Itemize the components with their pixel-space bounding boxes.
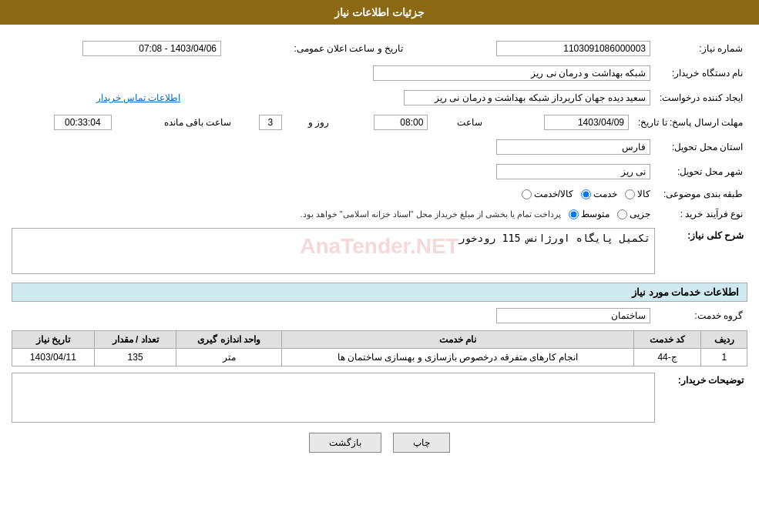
tabaqe-bandi-label: طبقه بندی موضوعی: <box>655 186 747 202</box>
noe-jazee: جزیی <box>617 209 650 219</box>
shomare-niaz-value: 1103091086000003 <box>418 38 655 59</box>
nam-dasgah-label: نام دستگاه خریدار: <box>655 63 747 83</box>
mohlat-baghimande-label: ساعت باقی مانده <box>164 117 232 128</box>
ijaad-konande-label: ایجاد کننده درخواست: <box>655 88 747 108</box>
table-row: 1ج-44انجام کارهای متفرقه درخصوص بازسازی … <box>12 349 747 366</box>
col-name: نام خدمت <box>282 331 634 349</box>
sharh-textarea[interactable] <box>12 228 655 274</box>
col-unit: واحد اندازه گیری <box>176 331 282 349</box>
tabaqe-bandi-group: کالا/خدمت خدمت کالا <box>522 189 650 199</box>
shomare-niaz-label: شماره نیاز: <box>655 38 747 59</box>
col-date: تاریخ نیاز <box>12 331 95 349</box>
tabaqe-kala-label: کالا <box>637 189 650 199</box>
cell-date: 1403/04/11 <box>12 349 95 366</box>
shomare-niaz-input: 1103091086000003 <box>496 41 650 56</box>
ostan-input: فارس <box>496 139 650 155</box>
cell-name: انجام کارهای متفرقه درخصوص بازسازی و بهس… <box>282 349 634 366</box>
shahr-label: شهر محل تحویل: <box>655 162 747 182</box>
sharh-label: شرح کلی نیاز: <box>655 228 747 241</box>
mohlat-saat: 08:00 <box>374 115 428 130</box>
print-button[interactable]: چاپ <box>393 433 450 453</box>
contact-link[interactable]: اطلاعات تماس خریدار <box>96 92 181 103</box>
ostan-label: استان محل تحویل: <box>655 137 747 157</box>
mohlat-roz-label: روز و <box>308 117 329 128</box>
noe-farayand-group: پرداخت تمام یا بخشی از مبلغ خریداز محل "… <box>300 209 650 219</box>
noe-motevaset: متوسط <box>569 209 610 219</box>
tozi-label: توضیحات خریدار: <box>655 373 747 386</box>
nam-dasgah-input: شبکه بهداشت و درمان نی ریز <box>373 65 650 81</box>
button-row: چاپ بازگشت <box>12 433 747 460</box>
mohlat-baghimande: 00:33:04 <box>54 115 112 130</box>
noe-jazee-label: جزیی <box>630 209 650 219</box>
col-radif: ردیف <box>701 331 747 349</box>
shahr-input: نی ریز <box>496 164 650 179</box>
ijaad-konande-input: سعید دیده جهان کاربرداز شبکه بهداشت و در… <box>404 90 650 105</box>
col-count: تعداد / مقدار <box>94 331 176 349</box>
mohlat-roz: 3 <box>259 115 282 130</box>
tarikh-saat-value: 1403/04/06 - 07:08 <box>82 41 221 56</box>
mohlat-saat-label: ساعت <box>457 117 482 128</box>
tabaqe-khedmat-label: خدمت <box>593 189 617 199</box>
cell-unit: متر <box>176 349 282 366</box>
tarikh-saat-label: تاریخ و ساعت اعلان عمومی: <box>294 43 403 54</box>
tabaqe-kala-khedmat-label: کالا/خدمت <box>534 189 573 199</box>
noe-farayand-label: نوع فرآیند خرید : <box>655 206 747 222</box>
mohlat-label: مهلت ارسال پاسخ: تا تاریخ: <box>633 112 747 132</box>
cell-radif: 1 <box>701 349 747 366</box>
cell-code: ج-44 <box>633 349 701 366</box>
noe-motevaset-label: متوسط <box>581 209 610 219</box>
mohlat-date: 1403/04/09 <box>544 115 629 130</box>
tabaqe-kala: کالا <box>625 189 650 199</box>
tozi-textarea[interactable] <box>12 373 655 423</box>
tabaqe-kala-khidmat: کالا/خدمت <box>522 189 573 199</box>
page-title: جزئیات اطلاعات نیاز <box>0 0 759 25</box>
cell-count: 135 <box>94 349 176 366</box>
col-code: کد خدمت <box>633 331 701 349</box>
services-table: ردیف کد خدمت نام خدمت واحد اندازه گیری ت… <box>12 330 747 366</box>
back-button[interactable]: بازگشت <box>309 433 381 453</box>
khedamat-section-header: اطلاعات خدمات مورد نیاز <box>12 283 747 302</box>
grooh-khedmat-input: ساختمان <box>496 308 650 323</box>
grooh-khedmat-label: گروه خدمت: <box>655 306 747 326</box>
tabaqe-khedmat: خدمت <box>581 189 617 199</box>
noe-farayand-note: پرداخت تمام یا بخشی از مبلغ خریداز محل "… <box>300 209 561 219</box>
